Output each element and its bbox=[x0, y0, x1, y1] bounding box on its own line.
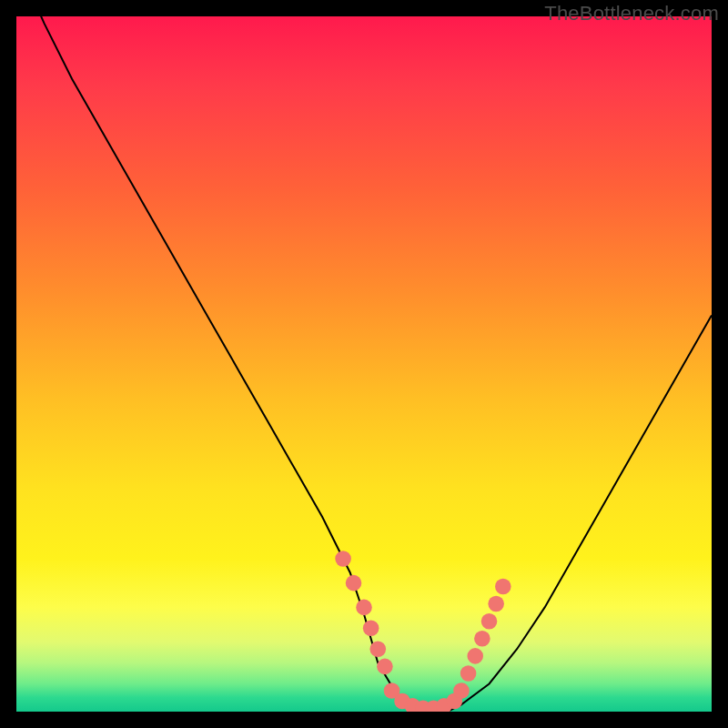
svg-point-17 bbox=[481, 613, 498, 630]
svg-point-4 bbox=[369, 641, 386, 657]
svg-point-14 bbox=[460, 665, 477, 682]
svg-point-16 bbox=[474, 631, 490, 647]
svg-point-15 bbox=[467, 648, 483, 664]
plot-area bbox=[16, 16, 712, 712]
svg-point-18 bbox=[488, 596, 504, 612]
svg-point-13 bbox=[453, 682, 470, 699]
svg-point-19 bbox=[495, 579, 511, 595]
chart-svg bbox=[16, 16, 712, 712]
svg-point-2 bbox=[356, 600, 372, 616]
svg-point-3 bbox=[363, 621, 379, 637]
chart-stage: TheBottleneck.com bbox=[0, 0, 728, 728]
svg-point-1 bbox=[346, 575, 362, 592]
svg-point-0 bbox=[335, 551, 351, 567]
watermark-text: TheBottleneck.com bbox=[544, 2, 719, 25]
svg-point-5 bbox=[377, 659, 393, 675]
